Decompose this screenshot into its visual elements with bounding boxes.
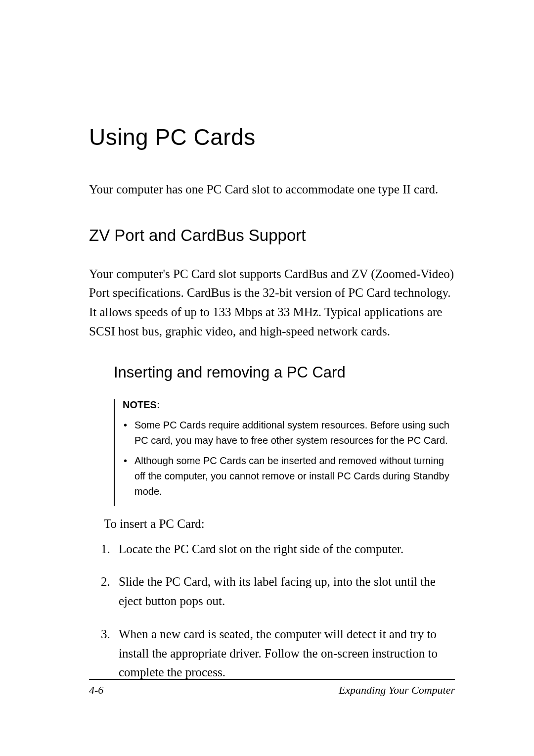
document-page: Using PC Cards Your computer has one PC … — [0, 0, 534, 756]
heading-1: Using PC Cards — [89, 124, 455, 150]
notes-title: NOTES: — [123, 399, 450, 411]
step-item: Locate the PC Card slot on the right sid… — [101, 540, 455, 559]
section-title: Expanding Your Computer — [339, 684, 455, 697]
page-footer: 4-6 Expanding Your Computer — [89, 679, 455, 697]
body-paragraph: Your computer's PC Card slot supports Ca… — [89, 265, 455, 341]
notes-item: Some PC Cards require additional system … — [123, 418, 450, 448]
page-number: 4-6 — [89, 684, 103, 697]
steps-list: Locate the PC Card slot on the right sid… — [101, 540, 455, 683]
notes-item: Although some PC Cards can be inserted a… — [123, 453, 450, 499]
step-item: When a new card is seated, the computer … — [101, 625, 455, 682]
intro-paragraph: Your computer has one PC Card slot to ac… — [89, 180, 455, 199]
notes-list: Some PC Cards require additional system … — [123, 418, 450, 506]
heading-2: ZV Port and CardBus Support — [89, 226, 455, 245]
step-item: Slide the PC Card, with its label facing… — [101, 572, 455, 611]
heading-3: Inserting and removing a PC Card — [114, 364, 455, 381]
steps-intro: To insert a PC Card: — [104, 517, 455, 531]
notes-block: NOTES: Some PC Cards require additional … — [114, 399, 455, 506]
